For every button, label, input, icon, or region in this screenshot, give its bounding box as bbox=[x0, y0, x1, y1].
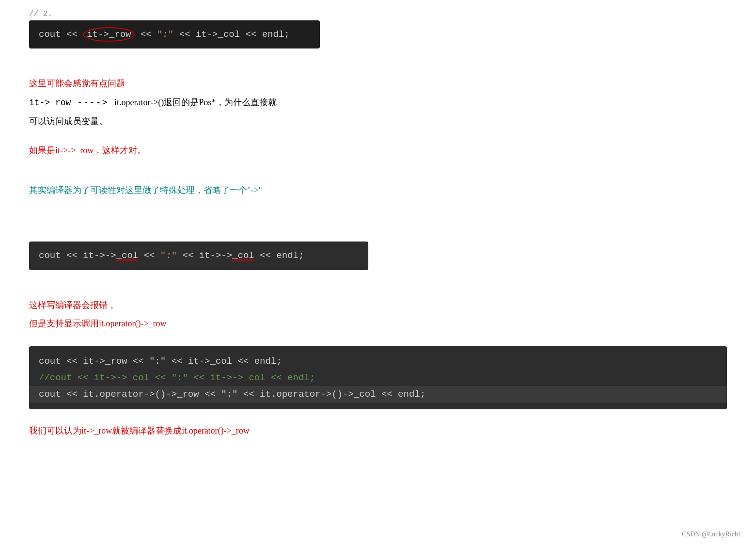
para-3-1: 其实编译器为了可读性对这里做了特殊处理，省略了一个"->" bbox=[29, 182, 727, 198]
underlined-col-2: _col bbox=[232, 250, 254, 261]
arrow-dashes: ----> bbox=[71, 98, 114, 108]
code-block-1: cout << it->_row << ":" << it->_col << e… bbox=[29, 20, 320, 48]
code-it-row: it->_row bbox=[29, 98, 71, 108]
text-problem: 这里可能会感觉有点问题 bbox=[29, 79, 125, 88]
text-explanation: it.operator->()返回的是Pos*，为什么直接就 bbox=[114, 97, 277, 107]
highlighted-it-row: it->_row bbox=[83, 27, 135, 42]
text-compiler-explanation: 其实编译器为了可读性对这里做了特殊处理，省略了一个"->" bbox=[29, 185, 262, 195]
text-compiler-error: 这样写编译器会报错， bbox=[29, 300, 116, 310]
code-text-3-1: cout << it->_row << ":" << it->_col << e… bbox=[39, 356, 282, 367]
code-text-3-3: cout << it.operator->()->_row << ":" << … bbox=[39, 389, 425, 400]
text-conclusion: 我们可以认为it->_row就被编译器替换成it.operator()->_ro… bbox=[29, 426, 250, 435]
code-line-3-2: //cout << it->->_col << ":" << it->->_co… bbox=[39, 370, 717, 386]
para-5-1: 我们可以认为it->_row就被编译器替换成it.operator()->_ro… bbox=[29, 423, 727, 438]
code-block-2: cout << it->->_col << ":" << it->->_col … bbox=[29, 242, 368, 270]
section-5: 我们可以认为it->_row就被编译器替换成it.operator()->_ro… bbox=[29, 423, 727, 438]
section-3: 其实编译器为了可读性对这里做了特殊处理，省略了一个"->" bbox=[29, 182, 727, 198]
para-1-2: it->_row ----> it.operator->()返回的是Pos*，为… bbox=[29, 95, 727, 111]
code-line-3-3-wrapper: cout << it.operator->()->_row << ":" << … bbox=[29, 386, 727, 403]
para-4-2: 但是支持显示调用it.operator()->_row bbox=[29, 316, 727, 331]
top-area: // 2. cout << it->_row << ":" << it->_co… bbox=[29, 10, 727, 62]
para-4-1: 这样写编译器会报错， bbox=[29, 297, 727, 313]
para-2-1: 如果是it->->_row，这样才对。 bbox=[29, 143, 727, 158]
csdn-label: CSDN @LuckyRich1 bbox=[682, 531, 741, 538]
para-1-1: 这里可能会感觉有点问题 bbox=[29, 76, 727, 91]
text-if-correct: 如果是it->->_row，这样才对。 bbox=[29, 145, 146, 155]
underlined-col-1: _col bbox=[116, 250, 139, 261]
code-text-1: cout << it->_row << ":" << it->_col << e… bbox=[39, 27, 290, 42]
section-1: 这里可能会感觉有点问题 it->_row ----> it.operator->… bbox=[29, 76, 727, 158]
text-explicit-call: 但是支持显示调用it.operator()->_row bbox=[29, 319, 167, 328]
text-member-access: 可以访问成员变量。 bbox=[29, 116, 108, 126]
code-text-3-2: //cout << it->->_col << ":" << it->->_co… bbox=[39, 372, 315, 383]
code-text-2: cout << it->->_col << ":" << it->->_col … bbox=[39, 250, 304, 261]
section-4: 这样写编译器会报错， 但是支持显示调用it.operator()->_row bbox=[29, 297, 727, 332]
code-line-3-1: cout << it->_row << ":" << it->_col << e… bbox=[39, 353, 717, 370]
code-block-2-wrapper: cout << it->->_col << ":" << it->->_col … bbox=[29, 242, 727, 283]
para-1-3: 可以访问成员变量。 bbox=[29, 113, 727, 129]
code-block-3: cout << it->_row << ":" << it->_col << e… bbox=[29, 346, 727, 410]
line-number: // 2. bbox=[29, 10, 727, 18]
